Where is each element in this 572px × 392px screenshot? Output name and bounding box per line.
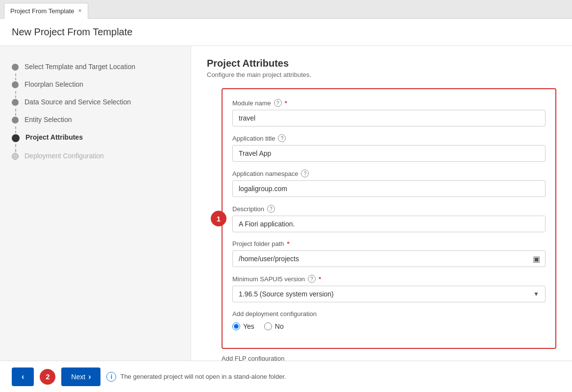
description-field: Description ? [232,205,546,232]
step-data-source: Data Source and Service Selection [0,93,191,111]
deployment-config-radio-group: Yes No [232,320,546,330]
main-content: Select Template and Target Location Floo… [0,46,572,361]
step-circle-2 [12,81,19,88]
step-circle-1 [12,64,19,71]
form-area: Project Attributes Configure the main pr… [191,46,572,361]
prev-icon: ‹ [22,372,24,381]
deployment-no-label: No [275,322,284,330]
step-label-3: Data Source and Service Selection [25,98,131,106]
project-folder-input-wrapper: ▣ [232,250,546,267]
module-name-label: Module name ? * [232,99,546,107]
info-message: The generated project will not open in a… [120,373,286,380]
sapui5-version-select-wrapper: 1.96.5 (Source system version) ▼ [232,286,546,302]
info-text-container: i The generated project will not open in… [106,372,286,382]
description-label: Description ? [232,205,546,213]
callout-badge-2: 2 [40,369,55,385]
deployment-no-radio[interactable] [264,322,272,330]
step-label-1: Select Template and Target Location [25,63,135,71]
tab-label: Project From Template [10,7,75,15]
prev-button[interactable]: ‹ [12,368,34,386]
step-project-attributes: Project Attributes [0,128,191,147]
folder-browse-icon[interactable]: ▣ [528,254,545,264]
flp-config-label: Add FLP configuration [222,355,556,361]
sapui5-version-label: Minimum SAPUI5 version ? * [232,275,546,283]
project-folder-field: Project folder path * ▣ [232,240,546,267]
app-title-field: Application title ? [232,134,546,162]
bottom-bar: ‹ 2 Next › i The generated project will … [0,361,572,392]
step-floorplan: Floorplan Selection [0,75,191,93]
step-label-5: Project Attributes [25,133,83,141]
step-label-6: Deployment Configuration [25,152,104,160]
sapui5-version-select[interactable]: 1.96.5 (Source system version) [233,286,527,302]
sapui5-version-field: Minimum SAPUI5 version ? * 1.96.5 (Sourc… [232,275,546,302]
step-select-template: Select Template and Target Location [0,58,191,75]
deployment-yes-option[interactable]: Yes [232,322,254,330]
wizard-sidebar: Select Template and Target Location Floo… [0,46,191,361]
step-circle-3 [12,99,19,106]
next-label: Next [71,373,85,381]
attributes-section: Module name ? * Application title ? [222,88,556,349]
deployment-config-label: Add deployment configuration [232,310,546,318]
deployment-yes-radio[interactable] [232,322,240,330]
page-title: New Project From Template [12,26,560,38]
module-name-required: * [285,99,287,107]
app-title-help-icon[interactable]: ? [278,134,286,142]
project-folder-required: * [287,240,290,247]
step-entity: Entity Selection [0,111,191,128]
step-circle-6 [12,153,19,160]
step-deployment: Deployment Configuration [0,147,191,165]
description-help-icon[interactable]: ? [267,205,275,213]
page-header: New Project From Template [0,19,572,46]
step-label-4: Entity Selection [25,116,72,123]
app-namespace-help-icon[interactable]: ? [301,170,309,177]
module-name-help-icon[interactable]: ? [274,99,282,107]
callout-badge-1: 1 [211,211,226,226]
sapui5-version-required: * [319,275,321,283]
next-button[interactable]: Next › [61,368,100,386]
tab-close-button[interactable]: × [78,7,82,14]
app-namespace-field: Application namespace ? [232,170,546,197]
sapui5-version-help-icon[interactable]: ? [308,275,316,283]
app-namespace-input[interactable] [232,180,546,197]
project-from-template-tab[interactable]: Project From Template × [4,3,88,19]
form-title: Project Attributes [207,58,556,69]
deployment-yes-label: Yes [243,322,254,330]
app-title-input[interactable] [232,145,546,162]
attributes-container: 1 Module name ? * Application title ? [222,88,556,349]
step-label-2: Floorplan Selection [25,80,83,88]
app-namespace-label: Application namespace ? [232,170,546,177]
module-name-field: Module name ? * [232,99,546,126]
form-subtitle: Configure the main project attributes. [207,71,556,78]
app-title-label: Application title ? [232,134,546,142]
sapui5-version-dropdown-icon: ▼ [527,291,545,297]
info-icon: i [106,372,116,382]
step-circle-4 [12,117,19,123]
module-name-input[interactable] [232,110,546,126]
project-folder-input[interactable] [233,251,528,267]
next-icon: › [88,372,91,381]
deployment-no-option[interactable]: No [264,322,284,330]
tab-bar: Project From Template × [0,0,572,19]
description-input[interactable] [232,216,546,232]
step-circle-5 [12,134,20,142]
deployment-config-field: Add deployment configuration Yes No [232,310,546,330]
project-folder-label: Project folder path * [232,240,546,247]
